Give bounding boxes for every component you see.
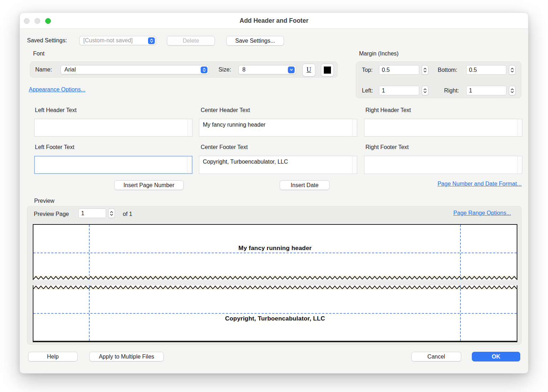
cancel-button[interactable]: Cancel bbox=[411, 352, 461, 361]
preview-page-stepper[interactable] bbox=[108, 208, 115, 218]
margin-top-label: Top: bbox=[362, 67, 373, 73]
help-button[interactable]: Help bbox=[28, 352, 78, 361]
center-header-textarea-wrap: My fancy running header bbox=[199, 119, 357, 137]
preview-panel: Preview Page of 1 Page Range Options... … bbox=[27, 206, 522, 345]
footer-margin-guide bbox=[33, 313, 517, 314]
margin-bottom-stepper[interactable] bbox=[509, 65, 516, 75]
margin-right-label: Right: bbox=[444, 88, 459, 94]
torn-edge-icon bbox=[33, 276, 517, 280]
insert-date-button[interactable]: Insert Date bbox=[280, 180, 330, 190]
right-footer-textarea[interactable] bbox=[364, 156, 517, 174]
center-footer-textarea[interactable]: Copyright, Turboencabulator, LLC bbox=[199, 156, 352, 174]
font-section: Name: Arial Size: 8 U bbox=[30, 62, 338, 78]
margin-section: Top: Bottom: Left: Right: bbox=[356, 62, 521, 98]
font-name-value: Arial bbox=[61, 67, 201, 73]
center-header-textarea[interactable]: My fancy running header bbox=[199, 119, 352, 136]
center-header-label: Center Header Text bbox=[201, 107, 250, 113]
chevron-down-icon bbox=[288, 67, 295, 73]
underline-button[interactable]: U bbox=[302, 64, 315, 76]
right-header-textarea[interactable] bbox=[364, 119, 517, 136]
left-header-label: Left Header Text bbox=[35, 107, 77, 113]
right-header-textarea-wrap bbox=[364, 119, 522, 137]
saved-settings-dropdown[interactable]: [Custom-not saved] bbox=[79, 36, 156, 45]
preview-page-label: Preview Page bbox=[34, 211, 69, 217]
dialog-title: Add Header and Footer bbox=[20, 13, 528, 29]
preview-page-count: of 1 bbox=[123, 211, 132, 217]
scrollbar-track[interactable] bbox=[517, 119, 522, 136]
scrollbar-track[interactable] bbox=[352, 119, 357, 136]
scrollbar-track[interactable] bbox=[187, 157, 192, 173]
saved-settings-value: [Custom-not saved] bbox=[80, 37, 148, 44]
stepper-down-icon bbox=[423, 91, 427, 93]
stepper-down-icon bbox=[511, 91, 514, 93]
stepper-down-icon bbox=[511, 70, 514, 73]
preview-page-top: My fancy running header bbox=[33, 224, 517, 280]
stepper-up-icon bbox=[110, 211, 113, 213]
margin-right-input[interactable] bbox=[466, 86, 506, 95]
margin-section-label: Margin (Inches) bbox=[359, 51, 399, 57]
preview-page-input[interactable] bbox=[78, 208, 106, 218]
preview-footer-text: Copyright, Turboencabulator, LLC bbox=[33, 315, 517, 322]
left-header-textarea-wrap bbox=[34, 119, 193, 137]
stepper-up-icon bbox=[423, 68, 427, 70]
scrollbar-track[interactable] bbox=[517, 156, 522, 174]
font-size-label: Size: bbox=[218, 67, 231, 73]
preview-page-bottom: Copyright, Turboencabulator, LLC bbox=[33, 285, 517, 342]
underline-glyph: U bbox=[307, 66, 311, 74]
margin-top-input[interactable] bbox=[379, 65, 419, 75]
stepper-up-icon bbox=[511, 68, 514, 70]
insert-page-number-button[interactable]: Insert Page Number bbox=[114, 180, 184, 190]
scrollbar-track[interactable] bbox=[188, 119, 192, 136]
appearance-options-link[interactable]: Appearance Options... bbox=[29, 86, 85, 93]
right-header-label: Right Header Text bbox=[365, 107, 411, 113]
titlebar: Add Header and Footer bbox=[20, 13, 528, 29]
center-footer-textarea-wrap: Copyright, Turboencabulator, LLC bbox=[199, 156, 357, 174]
font-name-dropdown[interactable]: Arial bbox=[60, 65, 209, 74]
header-margin-guide bbox=[33, 253, 517, 253]
apply-to-multiple-files-button[interactable]: Apply to Multiple Files bbox=[89, 352, 164, 361]
margin-right-stepper[interactable] bbox=[509, 86, 516, 95]
margin-left-input[interactable] bbox=[379, 86, 419, 95]
scrollbar-track[interactable] bbox=[352, 156, 357, 174]
ok-button[interactable]: OK bbox=[472, 352, 520, 361]
margin-bottom-input[interactable] bbox=[466, 65, 506, 75]
delete-button[interactable]: Delete bbox=[167, 36, 215, 46]
right-footer-label: Right Footer Text bbox=[365, 144, 409, 150]
stepper-down-icon bbox=[423, 70, 427, 73]
left-footer-textarea-wrap bbox=[34, 156, 193, 174]
center-footer-label: Center Footer Text bbox=[201, 144, 248, 150]
left-footer-label: Left Footer Text bbox=[35, 144, 74, 150]
stepper-up-icon bbox=[511, 88, 514, 90]
margin-bottom-label: Bottom: bbox=[438, 67, 457, 73]
saved-settings-label: Saved Settings: bbox=[27, 37, 67, 44]
page-number-date-format-link[interactable]: Page Number and Date Format... bbox=[437, 181, 522, 187]
preview-header-text: My fancy running header bbox=[33, 245, 517, 252]
font-size-combo[interactable]: 8 bbox=[238, 65, 296, 74]
page-range-options-link[interactable]: Page Range Options... bbox=[453, 210, 511, 216]
font-color-button[interactable] bbox=[321, 64, 334, 76]
left-header-textarea[interactable] bbox=[35, 119, 188, 136]
margin-top-stepper[interactable] bbox=[422, 65, 428, 75]
left-footer-textarea[interactable] bbox=[35, 157, 187, 173]
preview-section-label: Preview bbox=[34, 198, 54, 204]
margin-left-stepper[interactable] bbox=[422, 86, 428, 95]
font-size-value: 8 bbox=[239, 67, 288, 73]
torn-edge-icon bbox=[33, 285, 517, 290]
stepper-down-icon bbox=[110, 214, 113, 216]
popup-chevrons-icon bbox=[148, 37, 155, 44]
font-section-label: Font bbox=[33, 51, 44, 57]
stepper-up-icon bbox=[423, 88, 427, 90]
margin-left-label: Left: bbox=[362, 88, 373, 94]
add-header-footer-dialog: Add Header and Footer Saved Settings: [C… bbox=[20, 12, 528, 374]
font-name-label: Name: bbox=[35, 67, 52, 73]
right-footer-textarea-wrap bbox=[364, 156, 522, 174]
popup-chevrons-icon bbox=[201, 67, 207, 73]
save-settings-button[interactable]: Save Settings... bbox=[226, 36, 284, 46]
color-swatch bbox=[324, 67, 331, 74]
